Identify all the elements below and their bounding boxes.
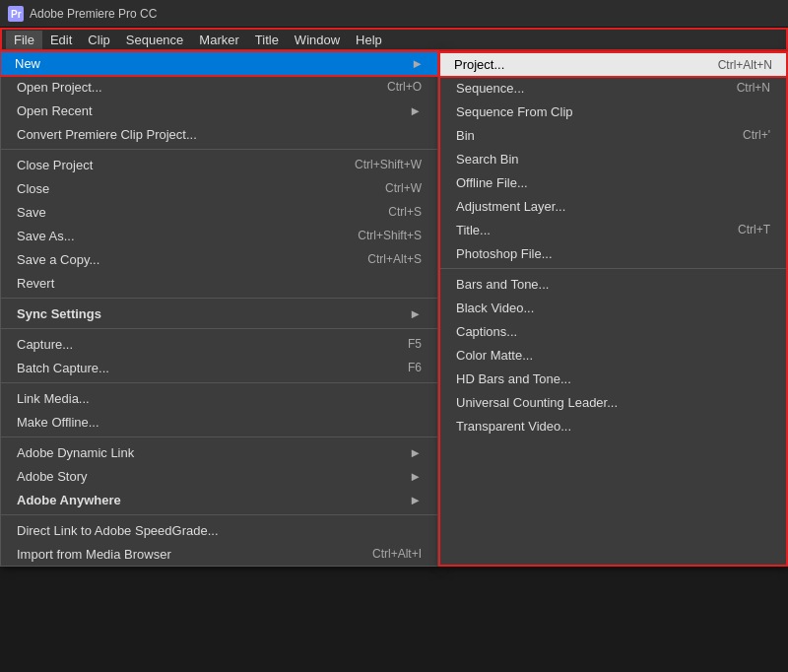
file-sync-settings-label: Sync Settings	[17, 306, 101, 321]
file-new-arrow: ►	[411, 56, 424, 71]
menu-file[interactable]: File	[6, 31, 42, 49]
file-save-copy-shortcut: Ctrl+Alt+S	[367, 252, 422, 266]
file-save-shortcut: Ctrl+S	[388, 205, 422, 219]
title-bar: Pr Adobe Premiere Pro CC	[0, 0, 788, 28]
new-transparent-video-label: Transparent Video...	[456, 419, 571, 434]
file-save-as[interactable]: Save As... Ctrl+Shift+S	[1, 224, 437, 247]
new-submenu: Project... Ctrl+Alt+N Sequence... Ctrl+N…	[438, 51, 788, 567]
file-import-media-browser[interactable]: Import from Media Browser Ctrl+Alt+I	[1, 542, 437, 566]
menu-edit[interactable]: Edit	[42, 31, 80, 49]
file-revert[interactable]: Revert	[1, 271, 437, 295]
file-menu: New ► Open Project... Ctrl+O Open Recent…	[0, 51, 438, 567]
file-new[interactable]: New ►	[0, 50, 439, 77]
file-adobe-story-arrow: ►	[409, 469, 422, 484]
new-hd-bars-tone-label: HD Bars and Tone...	[456, 371, 571, 386]
new-sequence-from-clip[interactable]: Sequence From Clip	[440, 100, 786, 123]
file-sync-settings[interactable]: Sync Settings ►	[1, 302, 437, 325]
file-open-project-shortcut: Ctrl+O	[387, 80, 422, 94]
menu-bar: File Edit Clip Sequence Marker Title Win…	[0, 28, 788, 51]
file-revert-label: Revert	[17, 276, 54, 291]
separator-3	[1, 328, 437, 329]
new-adjustment-layer-label: Adjustment Layer...	[456, 199, 565, 214]
new-universal-counting-leader-label: Universal Counting Leader...	[456, 395, 618, 410]
new-universal-counting-leader[interactable]: Universal Counting Leader...	[440, 390, 786, 414]
file-close[interactable]: Close Ctrl+W	[1, 176, 437, 200]
new-separator-1	[440, 268, 786, 269]
file-speedgrade-label: Direct Link to Adobe SpeedGrade...	[17, 523, 219, 538]
file-import-media-browser-label: Import from Media Browser	[17, 547, 171, 562]
new-bars-tone-label: Bars and Tone...	[456, 277, 549, 292]
separator-5	[1, 437, 437, 437]
menu-sequence[interactable]: Sequence	[118, 31, 192, 49]
file-save[interactable]: Save Ctrl+S	[1, 200, 437, 224]
file-link-media-label: Link Media...	[17, 391, 90, 406]
new-sequence-shortcut: Ctrl+N	[737, 81, 770, 95]
app-icon: Pr	[8, 6, 24, 22]
new-transparent-video[interactable]: Transparent Video...	[440, 414, 786, 437]
svg-text:Pr: Pr	[11, 9, 22, 20]
menu-help[interactable]: Help	[348, 31, 390, 49]
file-capture[interactable]: Capture... F5	[1, 332, 437, 356]
new-adjustment-layer[interactable]: Adjustment Layer...	[440, 194, 786, 218]
file-capture-label: Capture...	[17, 337, 73, 352]
file-save-as-shortcut: Ctrl+Shift+S	[358, 229, 422, 242]
file-adobe-anywhere-arrow: ►	[409, 493, 422, 507]
file-batch-capture[interactable]: Batch Capture... F6	[1, 356, 437, 379]
new-title-shortcut: Ctrl+T	[738, 223, 770, 236]
menu-window[interactable]: Window	[287, 31, 348, 49]
new-project-label: Project...	[454, 57, 504, 72]
file-adobe-anywhere[interactable]: Adobe Anywhere ►	[1, 488, 437, 511]
file-open-project[interactable]: Open Project... Ctrl+O	[1, 75, 437, 99]
file-import-media-browser-shortcut: Ctrl+Alt+I	[372, 547, 422, 561]
separator-6	[1, 514, 437, 515]
separator-2	[1, 298, 437, 299]
menu-clip[interactable]: Clip	[80, 31, 117, 49]
file-open-recent-label: Open Recent	[17, 103, 93, 118]
file-close-project[interactable]: Close Project Ctrl+Shift+W	[1, 153, 437, 176]
new-title[interactable]: Title... Ctrl+T	[440, 218, 786, 241]
file-convert-label: Convert Premiere Clip Project...	[17, 127, 197, 142]
new-sequence[interactable]: Sequence... Ctrl+N	[440, 76, 786, 100]
menu-title[interactable]: Title	[247, 31, 287, 49]
new-offline-file[interactable]: Offline File...	[440, 170, 786, 194]
new-search-bin-label: Search Bin	[456, 152, 519, 167]
new-color-matte[interactable]: Color Matte...	[440, 343, 786, 367]
new-bin-shortcut: Ctrl+'	[743, 128, 770, 142]
new-sequence-from-clip-label: Sequence From Clip	[456, 104, 573, 119]
file-new-label: New	[15, 56, 40, 71]
dropdown-area: New ► Open Project... Ctrl+O Open Recent…	[0, 51, 788, 567]
new-captions[interactable]: Captions...	[440, 319, 786, 343]
new-title-label: Title...	[456, 223, 491, 237]
menu-marker[interactable]: Marker	[191, 31, 246, 49]
new-offline-file-label: Offline File...	[456, 175, 528, 190]
new-bars-tone[interactable]: Bars and Tone...	[440, 272, 786, 296]
file-save-copy[interactable]: Save a Copy... Ctrl+Alt+S	[1, 247, 437, 271]
file-adobe-story-label: Adobe Story	[17, 469, 88, 484]
file-adobe-anywhere-label: Adobe Anywhere	[17, 493, 121, 507]
file-close-shortcut: Ctrl+W	[385, 181, 422, 195]
file-make-offline[interactable]: Make Offline...	[1, 410, 437, 434]
app-title: Adobe Premiere Pro CC	[30, 7, 157, 21]
file-close-label: Close	[17, 181, 49, 196]
new-project[interactable]: Project... Ctrl+Alt+N	[438, 51, 788, 78]
file-make-offline-label: Make Offline...	[17, 415, 99, 430]
new-black-video[interactable]: Black Video...	[440, 296, 786, 319]
new-photoshop-file-label: Photoshop File...	[456, 246, 553, 261]
new-photoshop-file[interactable]: Photoshop File...	[440, 241, 786, 265]
separator-1	[1, 149, 437, 150]
file-dynamic-link-label: Adobe Dynamic Link	[17, 445, 134, 460]
new-black-video-label: Black Video...	[456, 301, 534, 315]
new-sequence-label: Sequence...	[456, 81, 524, 96]
file-dynamic-link[interactable]: Adobe Dynamic Link ►	[1, 440, 437, 464]
file-open-recent[interactable]: Open Recent ►	[1, 99, 437, 122]
new-bin[interactable]: Bin Ctrl+'	[440, 123, 786, 147]
new-hd-bars-tone[interactable]: HD Bars and Tone...	[440, 367, 786, 390]
file-speedgrade[interactable]: Direct Link to Adobe SpeedGrade...	[1, 518, 437, 542]
file-adobe-story[interactable]: Adobe Story ►	[1, 464, 437, 488]
file-link-media[interactable]: Link Media...	[1, 386, 437, 410]
file-batch-capture-label: Batch Capture...	[17, 361, 109, 375]
file-dynamic-link-arrow: ►	[409, 445, 422, 460]
file-capture-shortcut: F5	[408, 337, 422, 351]
new-search-bin[interactable]: Search Bin	[440, 147, 786, 170]
file-convert[interactable]: Convert Premiere Clip Project...	[1, 122, 437, 146]
